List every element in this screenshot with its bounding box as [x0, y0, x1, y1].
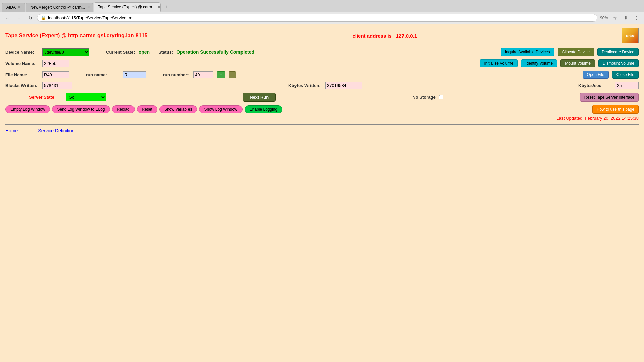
how-to-button[interactable]: How to use this page: [592, 105, 639, 114]
reset-button[interactable]: Reset: [137, 105, 157, 113]
logo-text: Midas: [626, 34, 635, 37]
tab-newmerger[interactable]: NewMerger: Control @ carm... ✕: [26, 3, 93, 12]
run-number-label: run number:: [163, 72, 190, 77]
initialise-volume-button[interactable]: Initialise Volume: [480, 59, 518, 67]
send-log-button[interactable]: Send Log Window to ELog: [52, 105, 110, 113]
kbytes-written-label: Kbytes Written:: [288, 83, 322, 88]
server-state-label: Server State: [29, 95, 62, 100]
page-content: Tape Service (Expert) @ http carme-gsi.c…: [0, 24, 644, 326]
browser-chrome: AIDA ✕ NewMerger: Control @ carm... ✕ Ta…: [0, 0, 644, 24]
server-state-select[interactable]: Go: [66, 93, 106, 101]
new-tab-button[interactable]: +: [161, 2, 171, 12]
open-file-button[interactable]: Open File: [583, 71, 609, 79]
inquire-devices-button[interactable]: Inquire Available Devices: [501, 48, 554, 56]
secure-icon: 🔒: [41, 15, 46, 20]
page-header: Tape Service (Expert) @ http carme-gsi.c…: [5, 28, 639, 43]
current-state-label: Current State:: [106, 50, 135, 55]
show-variables-button[interactable]: Show Variables: [159, 105, 197, 113]
row-server-state: Server State Go Next Run No Storage Rese…: [5, 93, 639, 102]
service-definition-link[interactable]: Service Definition: [38, 128, 74, 133]
volume-name-label: Volume Name:: [5, 61, 39, 66]
bookmark-button[interactable]: ☆: [611, 15, 619, 21]
file-name-label: File Name:: [5, 72, 39, 77]
tab-newmerger-label: NewMerger: Control @ carm...: [30, 5, 85, 10]
run-name-label: run name:: [86, 72, 119, 77]
enable-logging-button[interactable]: Enable Logging: [245, 105, 282, 113]
status-value: Operation Successfully Completed: [176, 49, 254, 55]
zoom-label: 90%: [600, 16, 608, 20]
mount-volume-button[interactable]: Mount Volume: [560, 59, 595, 67]
tab-newmerger-close[interactable]: ✕: [87, 5, 90, 9]
identify-volume-button[interactable]: Identify Volume: [521, 59, 557, 67]
current-state-value: open: [139, 49, 150, 55]
row-volume: Volume Name: Initialise Volume Identify …: [5, 59, 639, 67]
client-address-value: 127.0.0.1: [396, 33, 417, 39]
device-name-select[interactable]: /dev/file/0: [42, 48, 89, 56]
tab-bar: AIDA ✕ NewMerger: Control @ carm... ✕ Ta…: [0, 0, 644, 12]
run-number-plus-button[interactable]: +: [217, 71, 225, 78]
file-name-input[interactable]: [42, 71, 69, 78]
client-address-label: client address is: [352, 33, 392, 39]
menu-button[interactable]: ⋮: [632, 15, 641, 21]
logo-area: Midas: [622, 28, 639, 43]
status-label: Status:: [158, 50, 173, 55]
row-file: File Name: run name: run number: + - Ope…: [5, 71, 639, 79]
client-address: client address is 127.0.0.1: [352, 33, 417, 39]
address-bar: 🔒: [37, 14, 597, 22]
divider: [5, 124, 639, 125]
last-updated: Last Updated: February 20, 2022 14:25:38: [5, 116, 639, 121]
deallocate-device-button[interactable]: Deallocate Device: [597, 48, 639, 56]
next-run-button[interactable]: Next Run: [243, 93, 276, 102]
nav-right: ⬇ ⋮: [622, 15, 641, 21]
forward-button[interactable]: →: [15, 15, 23, 21]
footer-links: Home Service Definition: [5, 128, 639, 133]
close-file-button[interactable]: Close File: [612, 71, 639, 79]
allocate-device-button[interactable]: Allocate Device: [558, 48, 594, 56]
tab-aida-close[interactable]: ✕: [18, 5, 21, 9]
volume-name-input[interactable]: [42, 60, 69, 67]
no-storage-label: No Storage: [412, 95, 435, 100]
tab-tapeservice-label: Tape Service (Expert) @ carm...: [98, 5, 155, 9]
page-title: Tape Service (Expert) @ http carme-gsi.c…: [5, 33, 147, 39]
blocks-written-label: Blocks Written:: [5, 83, 39, 88]
run-number-input[interactable]: [193, 71, 213, 78]
home-link[interactable]: Home: [5, 128, 18, 133]
back-button[interactable]: ←: [3, 15, 12, 21]
blocks-written-input[interactable]: [42, 82, 72, 89]
row-blocks: Blocks Written: Kbytes Written: Kbytes/s…: [5, 82, 639, 89]
reload-button[interactable]: ↻: [26, 15, 34, 21]
reload-button-page[interactable]: Reload: [112, 105, 135, 113]
row-log-buttons: Empty Log Window Send Log Window to ELog…: [5, 105, 639, 114]
tab-tapeservice-close[interactable]: ✕: [157, 5, 160, 9]
empty-log-button[interactable]: Empty Log Window: [5, 105, 50, 113]
kbytes-sec-input[interactable]: [615, 82, 639, 89]
tab-aida-label: AIDA: [6, 5, 16, 10]
kbytes-written-input[interactable]: [325, 82, 362, 89]
run-number-minus-button[interactable]: -: [229, 71, 236, 78]
dismount-volume-button[interactable]: Dismount Volume: [598, 59, 639, 67]
device-name-label: Device Name:: [5, 50, 39, 55]
nav-bar: ← → ↻ 🔒 90% ☆ ⬇ ⋮: [0, 12, 644, 24]
row-device: Device Name: /dev/file/0 Current State: …: [5, 48, 639, 56]
run-name-input[interactable]: [123, 71, 146, 78]
logo-image: Midas: [622, 28, 639, 43]
tab-aida[interactable]: AIDA ✕: [2, 3, 25, 12]
no-storage-checkbox[interactable]: [439, 95, 443, 99]
url-input[interactable]: [48, 15, 594, 20]
tab-tapeservice[interactable]: Tape Service (Expert) @ carm... ✕: [94, 2, 161, 12]
kbytes-sec-label: Kbytes/sec:: [578, 83, 612, 88]
download-button[interactable]: ⬇: [622, 15, 630, 21]
reset-tape-button[interactable]: Reset Tape Server Interface: [580, 93, 639, 102]
show-log-button[interactable]: Show Log Window: [199, 105, 242, 113]
